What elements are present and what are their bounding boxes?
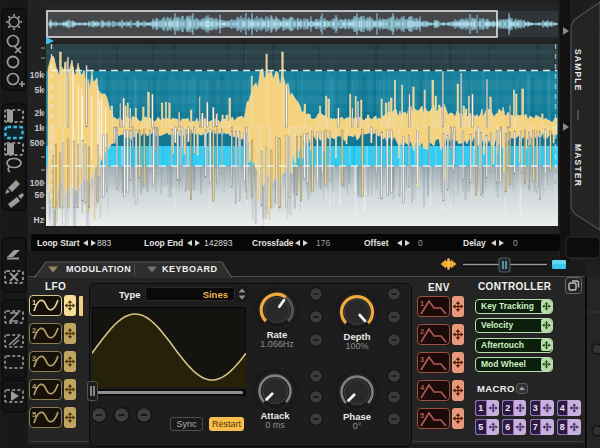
svg-text:3: 3: [420, 355, 424, 364]
svg-text:4: 4: [420, 383, 425, 392]
svg-text:2: 2: [420, 327, 424, 336]
svg-text:1: 1: [420, 299, 424, 308]
svg-text:5: 5: [420, 411, 424, 420]
